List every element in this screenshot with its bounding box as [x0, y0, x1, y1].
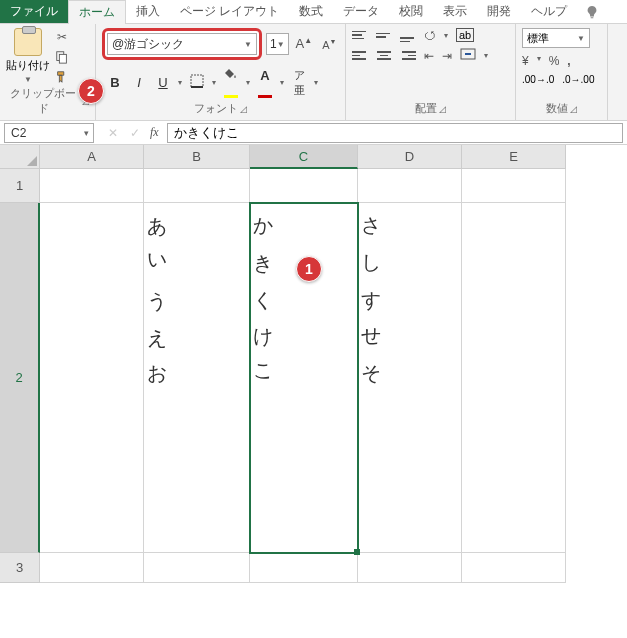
increase-decimal-icon[interactable]: .00→.0 [522, 74, 554, 85]
tab-home[interactable]: ホーム [68, 0, 126, 24]
tell-me-icon[interactable] [577, 0, 607, 23]
tab-review[interactable]: 校閲 [389, 0, 433, 23]
paste-dropdown-icon[interactable]: ▼ [24, 75, 32, 84]
border-button[interactable] [188, 74, 206, 91]
select-all-corner[interactable] [0, 145, 40, 169]
callout-badge-2: 2 [78, 78, 104, 104]
cell-b1[interactable] [144, 169, 250, 203]
merge-icon[interactable] [460, 48, 476, 63]
number-launcher-icon[interactable]: ◿ [570, 104, 577, 114]
col-header-a[interactable]: A [40, 145, 144, 169]
worksheet-grid[interactable]: A B C D E 1 2 あいうえお かきくけこ さしすせそ 3 [0, 145, 627, 583]
cell-e1[interactable] [462, 169, 566, 203]
name-box[interactable]: C2 [4, 123, 94, 143]
underline-button[interactable]: U [154, 75, 172, 90]
font-size-selector[interactable]: 1 ▼ [266, 33, 289, 55]
clipboard-label: クリップボード [6, 86, 80, 116]
tab-file[interactable]: ファイル [0, 0, 68, 23]
tab-data[interactable]: データ [333, 0, 389, 23]
tab-formulas[interactable]: 数式 [289, 0, 333, 23]
font-color-button[interactable]: A [256, 68, 274, 98]
phonetic-button[interactable]: ア亜 [290, 68, 308, 98]
cell-c2[interactable]: かきくけこ [250, 203, 358, 553]
fill-color-button[interactable] [222, 68, 240, 98]
number-format-selector[interactable]: 標準▼ [522, 28, 590, 48]
align-bottom-icon[interactable] [400, 28, 416, 42]
number-label: 数値 [546, 101, 568, 116]
col-header-b[interactable]: B [144, 145, 250, 169]
accounting-format-icon[interactable]: ¥ [522, 54, 529, 68]
align-left-icon[interactable] [352, 49, 368, 63]
cell-b3[interactable] [144, 553, 250, 583]
row-header-1[interactable]: 1 [0, 169, 40, 203]
row-header-2[interactable]: 2 [0, 203, 40, 553]
font-label: フォント [194, 101, 238, 116]
chevron-down-icon: ▼ [244, 40, 252, 49]
enter-formula-icon: ✓ [124, 126, 146, 140]
cell-d2[interactable]: さしすせそ [358, 203, 462, 553]
tab-insert[interactable]: 挿入 [126, 0, 170, 23]
col-header-c[interactable]: C [250, 145, 358, 169]
col-header-e[interactable]: E [462, 145, 566, 169]
cell-e3[interactable] [462, 553, 566, 583]
cell-e2[interactable] [462, 203, 566, 553]
align-center-icon[interactable] [376, 49, 392, 63]
orientation-icon[interactable]: ⭯ [424, 28, 436, 42]
cut-icon[interactable]: ✂ [54, 30, 70, 44]
formula-bar[interactable]: かきくけこ [167, 123, 623, 143]
svg-rect-2 [191, 75, 203, 87]
cell-a3[interactable] [40, 553, 144, 583]
cancel-formula-icon: ✕ [102, 126, 124, 140]
alignment-label: 配置 [415, 101, 437, 116]
cell-c1[interactable] [250, 169, 358, 203]
shrink-font-icon[interactable]: A▼ [319, 38, 339, 51]
fx-icon[interactable]: fx [146, 125, 163, 140]
align-top-icon[interactable] [352, 28, 368, 42]
paste-button[interactable]: 貼り付け ▼ [6, 28, 50, 84]
decrease-decimal-icon[interactable]: .0→.00 [562, 74, 594, 85]
cell-b2[interactable]: あいうえお [144, 203, 250, 553]
align-right-icon[interactable] [400, 49, 416, 63]
svg-rect-1 [59, 54, 66, 63]
tab-page-layout[interactable]: ページ レイアウト [170, 0, 289, 23]
align-middle-icon[interactable] [376, 28, 392, 42]
col-header-d[interactable]: D [358, 145, 462, 169]
decrease-indent-icon[interactable]: ⇤ [424, 49, 434, 63]
comma-icon[interactable]: , [567, 54, 570, 68]
row-header-3[interactable]: 3 [0, 553, 40, 583]
bold-button[interactable]: B [106, 75, 124, 90]
clipboard-icon [14, 28, 42, 56]
cell-a2[interactable] [40, 203, 144, 553]
tab-developer[interactable]: 開発 [477, 0, 521, 23]
font-name-selector[interactable]: @游ゴシック ▼ [107, 33, 257, 55]
chevron-down-icon: ▼ [277, 40, 285, 49]
cell-c3[interactable] [250, 553, 358, 583]
font-name-highlight: @游ゴシック ▼ [102, 28, 262, 60]
copy-icon[interactable] [54, 50, 70, 64]
alignment-launcher-icon[interactable]: ◿ [439, 104, 446, 114]
wrap-text-icon[interactable]: ab [456, 28, 474, 42]
percent-icon[interactable]: % [549, 54, 560, 68]
font-launcher-icon[interactable]: ◿ [240, 104, 247, 114]
italic-button[interactable]: I [130, 75, 148, 90]
cell-d3[interactable] [358, 553, 462, 583]
cell-d1[interactable] [358, 169, 462, 203]
grow-font-icon[interactable]: A▲ [293, 36, 316, 51]
format-painter-icon[interactable] [54, 70, 70, 84]
increase-indent-icon[interactable]: ⇥ [442, 49, 452, 63]
tab-help[interactable]: ヘルプ [521, 0, 577, 23]
cell-a1[interactable] [40, 169, 144, 203]
tab-view[interactable]: 表示 [433, 0, 477, 23]
callout-badge-1: 1 [296, 256, 322, 282]
